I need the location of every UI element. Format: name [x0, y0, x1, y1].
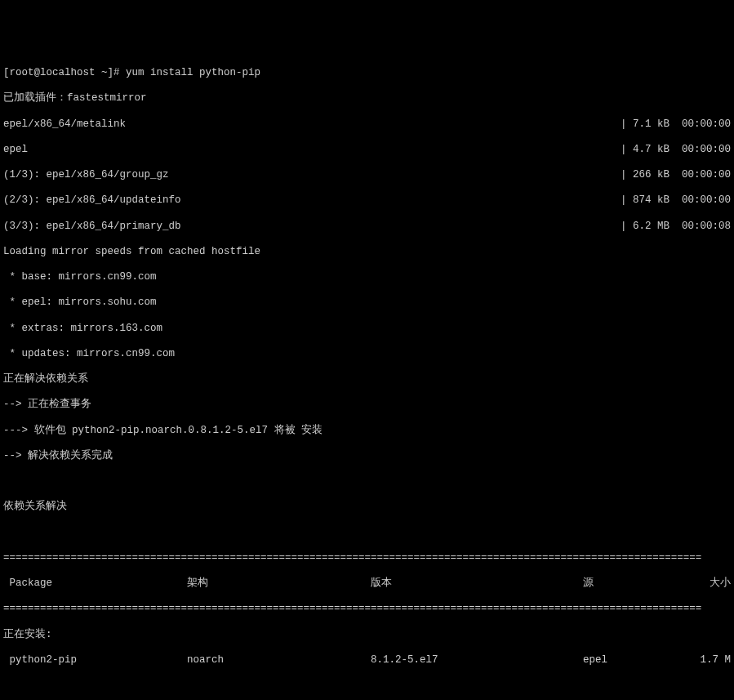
mirror-line: * base: mirrors.cn99.com — [3, 271, 731, 284]
repo-line: (1/3): epel/x86_64/group_gz| 266 kB 00:0… — [3, 169, 731, 182]
repo-line: (2/3): epel/x86_64/updateinfo| 874 kB 00… — [3, 194, 731, 207]
terminal-output: [root@localhost ~]# yum install python-p… — [3, 55, 731, 701]
mirror-line: * updates: mirrors.cn99.com — [3, 348, 731, 361]
blank-line — [3, 475, 731, 488]
command-line: [root@localhost ~]# yum install python-p… — [3, 67, 731, 80]
resolve-line: ---> 软件包 python2-pip.noarch.0.8.1.2-5.el… — [3, 425, 731, 438]
blank-line — [3, 680, 731, 693]
divider: ========================================… — [3, 603, 731, 616]
repo-line: epel/x86_64/metalink| 7.1 kB 00:00:00 — [3, 118, 731, 132]
repo-line: epel| 4.7 kB 00:00:00 — [3, 144, 731, 157]
resolve-line: 正在解决依赖关系 — [3, 373, 731, 386]
mirror-line: * extras: mirrors.163.com — [3, 323, 731, 336]
installing-header: 正在安装: — [3, 629, 731, 642]
col-arch: 架构 — [187, 577, 371, 591]
col-size: 大小 — [689, 577, 731, 591]
table-row: python2-pip noarch 8.1.2-5.el7 epel 1.7 … — [3, 654, 731, 667]
resolve-line: --> 解决依赖关系完成 — [3, 450, 731, 463]
loading-mirror: Loading mirror speeds from cached hostfi… — [3, 246, 731, 259]
resolve-line: --> 正在检查事务 — [3, 399, 731, 412]
repo-line: (3/3): epel/x86_64/primary_db| 6.2 MB 00… — [3, 221, 731, 234]
plugins-line: 已加载插件：fastestmirror — [3, 92, 731, 105]
col-source: 源 — [583, 577, 689, 591]
divider: ========================================… — [3, 552, 731, 565]
deps-resolved: 依赖关系解决 — [3, 501, 731, 514]
col-version: 版本 — [371, 577, 583, 591]
table-header: Package 架构 版本 源 大小 — [3, 577, 731, 591]
col-package: Package — [3, 577, 187, 591]
blank-line — [3, 527, 731, 540]
mirror-line: * epel: mirrors.sohu.com — [3, 296, 731, 310]
